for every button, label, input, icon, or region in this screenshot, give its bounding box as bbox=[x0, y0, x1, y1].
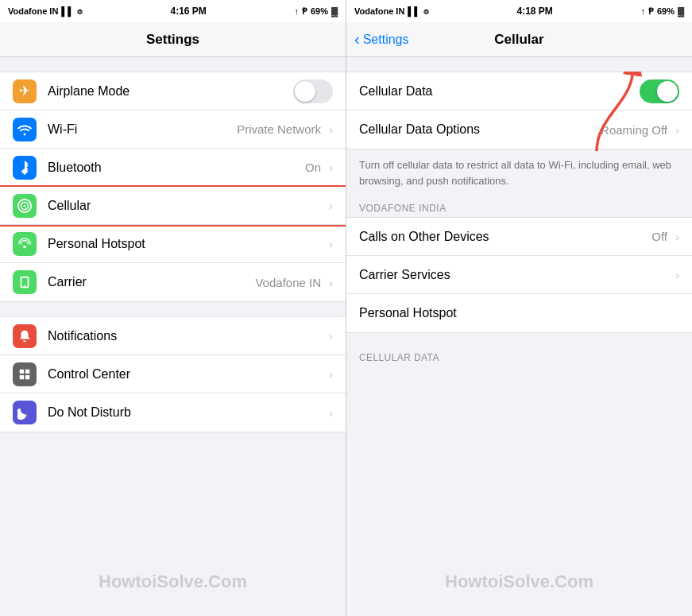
right-personal-hotspot-label: Personal Hotspot bbox=[359, 306, 679, 320]
right-battery: 69% bbox=[657, 6, 675, 16]
cellular-icon bbox=[13, 194, 37, 218]
settings-panel: Vodafone IN ▌▌ ⌾ 4:16 PM ↑ Ᵽ 69% ▓ Setti… bbox=[0, 0, 346, 616]
network-settings-group: ✈ Airplane Mode Wi-Fi bbox=[0, 72, 346, 302]
bluetooth-label: Bluetooth bbox=[48, 161, 305, 175]
bluetooth-value: On bbox=[305, 161, 321, 174]
left-status-left: Vodafone IN ▌▌ ⌾ bbox=[8, 6, 83, 16]
control-center-chevron: › bbox=[329, 367, 333, 381]
cellular-data-options-chevron: › bbox=[675, 123, 679, 137]
right-bluetooth-icon: Ᵽ bbox=[648, 6, 654, 17]
right-wifi-icon: ⌾ bbox=[423, 6, 429, 16]
calls-other-devices-chevron: › bbox=[675, 230, 679, 243]
cellular-panel: Vodafone IN ▌▌ ⌾ 4:18 PM ↑ Ᵽ 69% ▓ ‹ Set… bbox=[346, 0, 692, 616]
right-status-bar: Vodafone IN ▌▌ ⌾ 4:18 PM ↑ Ᵽ 69% ▓ bbox=[346, 0, 692, 22]
top-spacer bbox=[0, 57, 346, 72]
notifications-icon bbox=[13, 324, 37, 348]
settings-nav-bar: Settings bbox=[0, 22, 346, 57]
left-time: 4:16 PM bbox=[171, 6, 207, 17]
left-carrier: Vodafone IN bbox=[8, 6, 58, 16]
cellular-data-options-value: Roaming Off bbox=[601, 123, 667, 137]
personal-hotspot-chevron: › bbox=[329, 237, 333, 250]
right-personal-hotspot-row[interactable]: Personal Hotspot bbox=[346, 294, 692, 332]
calls-other-devices-label: Calls on Other Devices bbox=[359, 230, 651, 244]
settings-list: ✈ Airplane Mode Wi-Fi bbox=[0, 57, 346, 616]
wifi-label: Wi-Fi bbox=[48, 122, 237, 137]
carrier-services-chevron: › bbox=[675, 268, 679, 281]
right-location-icon: ↑ bbox=[640, 6, 645, 16]
carrier-chevron: › bbox=[329, 276, 333, 289]
calls-other-devices-value: Off bbox=[651, 230, 667, 243]
cellular-nav-title: Cellular bbox=[494, 32, 543, 48]
cellular-data-options-row[interactable]: Cellular Data Options Roaming Off › bbox=[346, 110, 692, 149]
bluetooth-row[interactable]: Bluetooth On › bbox=[0, 149, 346, 187]
notifications-row[interactable]: Notifications › bbox=[0, 317, 346, 355]
do-not-disturb-icon bbox=[13, 401, 37, 424]
left-wifi-icon: ⌾ bbox=[77, 6, 83, 16]
left-battery: 69% bbox=[311, 6, 328, 16]
cellular-nav-bar: ‹ Settings Cellular bbox=[346, 22, 692, 57]
notifications-label: Notifications bbox=[48, 329, 326, 343]
wifi-chevron: › bbox=[329, 122, 333, 136]
right-time: 4:18 PM bbox=[517, 6, 553, 17]
cellular-data-group: Cellular Data Cellular Data Options Roam… bbox=[346, 72, 692, 149]
cellular-data-spacer bbox=[346, 333, 692, 347]
cellular-data-label: Cellular Data bbox=[359, 84, 640, 99]
system-settings-group: Notifications › Control Center › bbox=[0, 316, 346, 432]
cellular-chevron: › bbox=[329, 199, 333, 212]
svg-rect-7 bbox=[25, 374, 29, 378]
airplane-mode-label: Airplane Mode bbox=[48, 84, 293, 99]
left-signal-icon: ▌▌ bbox=[61, 6, 74, 16]
airplane-mode-knob bbox=[295, 81, 315, 102]
right-status-left: Vodafone IN ▌▌ ⌾ bbox=[354, 6, 429, 16]
settings-nav-title: Settings bbox=[146, 32, 199, 48]
carrier-services-row[interactable]: Carrier Services › bbox=[346, 256, 692, 294]
svg-point-2 bbox=[24, 204, 26, 207]
wifi-icon bbox=[13, 118, 37, 141]
cellular-top-spacer bbox=[346, 57, 692, 72]
cellular-data-row[interactable]: Cellular Data bbox=[346, 72, 692, 110]
bluetooth-icon bbox=[13, 156, 37, 180]
left-bluetooth-icon: Ᵽ bbox=[302, 6, 307, 17]
left-location-icon: ↑ bbox=[294, 6, 299, 16]
cellular-info-box: Turn off cellular data to restrict all d… bbox=[346, 149, 692, 196]
cellular-data-knob bbox=[657, 81, 678, 102]
svg-point-3 bbox=[23, 245, 26, 248]
back-chevron-icon: ‹ bbox=[354, 30, 360, 48]
right-status-right: ↑ Ᵽ 69% ▓ bbox=[640, 6, 684, 17]
left-status-right: ↑ Ᵽ 69% ▓ bbox=[294, 6, 338, 17]
cellular-data-toggle[interactable] bbox=[640, 79, 679, 103]
left-battery-icon: ▓ bbox=[331, 6, 338, 16]
notifications-chevron: › bbox=[329, 329, 333, 343]
personal-hotspot-icon bbox=[13, 232, 37, 256]
control-center-row[interactable]: Control Center › bbox=[0, 355, 346, 393]
carrier-label: Carrier bbox=[48, 275, 255, 289]
carrier-row[interactable]: Carrier Vodafone IN › bbox=[0, 263, 346, 301]
carrier-value: Vodafone IN bbox=[255, 276, 321, 289]
personal-hotspot-label: Personal Hotspot bbox=[48, 237, 326, 251]
do-not-disturb-chevron: › bbox=[329, 406, 333, 420]
personal-hotspot-row[interactable]: Personal Hotspot › bbox=[0, 225, 346, 263]
svg-rect-4 bbox=[20, 369, 24, 373]
control-center-icon bbox=[13, 362, 37, 386]
mid-spacer bbox=[0, 302, 346, 316]
vodafone-header: VODAFONE INDIA bbox=[346, 196, 692, 217]
right-battery-icon: ▓ bbox=[678, 6, 684, 16]
calls-group: Calls on Other Devices Off › Carrier Ser… bbox=[346, 217, 692, 333]
airplane-mode-toggle[interactable] bbox=[293, 79, 333, 103]
right-signal-icon: ▌▌ bbox=[408, 6, 420, 16]
cellular-label: Cellular bbox=[48, 199, 326, 213]
carrier-icon bbox=[13, 270, 37, 294]
right-carrier: Vodafone IN bbox=[354, 6, 404, 16]
cellular-back-button[interactable]: ‹ Settings bbox=[354, 30, 408, 48]
do-not-disturb-label: Do Not Disturb bbox=[48, 405, 326, 420]
do-not-disturb-row[interactable]: Do Not Disturb › bbox=[0, 393, 346, 432]
cellular-row[interactable]: Cellular › bbox=[0, 187, 346, 225]
cellular-data-options-label: Cellular Data Options bbox=[359, 122, 601, 137]
bluetooth-chevron: › bbox=[329, 161, 333, 174]
wifi-row[interactable]: Wi-Fi Private Network › bbox=[0, 110, 346, 149]
airplane-mode-row[interactable]: ✈ Airplane Mode bbox=[0, 72, 346, 110]
calls-other-devices-row[interactable]: Calls on Other Devices Off › bbox=[346, 218, 692, 256]
svg-rect-5 bbox=[25, 369, 29, 373]
airplane-mode-icon: ✈ bbox=[13, 79, 37, 103]
left-status-bar: Vodafone IN ▌▌ ⌾ 4:16 PM ↑ Ᵽ 69% ▓ bbox=[0, 0, 346, 22]
